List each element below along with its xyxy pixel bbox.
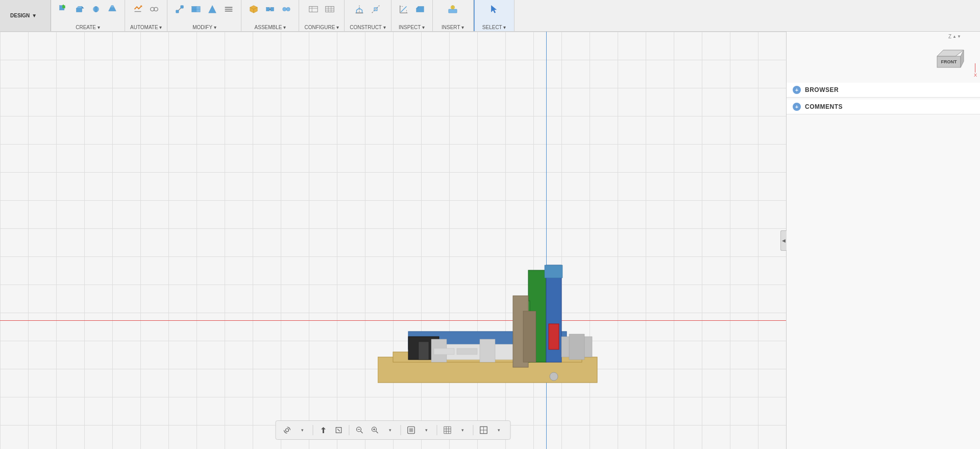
orbit-arrow[interactable]: ▾ xyxy=(296,423,310,437)
svg-line-76 xyxy=(376,431,378,433)
inspect-icon1[interactable] xyxy=(397,2,411,16)
modify-icons xyxy=(173,2,236,16)
svg-point-68 xyxy=(550,372,558,381)
fit-button[interactable] xyxy=(332,423,346,437)
main-area: ▾ xyxy=(0,32,980,449)
toolbar-group-create: CREATE ▾ xyxy=(51,0,125,31)
new-component-icon[interactable] xyxy=(56,2,70,16)
configure-icon2[interactable] xyxy=(323,2,337,16)
x-axis-line xyxy=(975,63,975,73)
comments-expand-button[interactable]: + xyxy=(793,103,801,111)
svg-rect-1 xyxy=(62,6,65,9)
svg-point-69 xyxy=(286,429,289,432)
insert-label[interactable]: INSERT ▾ xyxy=(442,25,464,30)
svg-rect-66 xyxy=(434,348,454,355)
automate-label[interactable]: AUTOMATE ▾ xyxy=(130,25,162,30)
svg-rect-30 xyxy=(326,7,334,12)
toolbar-group-insert: INSERT ▾ xyxy=(433,0,474,31)
browser-expand-button[interactable]: + xyxy=(793,86,801,94)
svg-marker-6 xyxy=(82,7,84,9)
svg-rect-64 xyxy=(569,334,584,360)
toolbar-group-construct: CONSTRUCT ▾ xyxy=(345,0,391,31)
modify-icon3[interactable] xyxy=(205,2,219,16)
automate-icon2[interactable] xyxy=(147,2,161,16)
model-svg xyxy=(378,250,612,388)
svg-rect-80 xyxy=(409,428,413,432)
svg-rect-60 xyxy=(523,311,536,362)
panel-collapse-button[interactable]: ◀ xyxy=(780,230,787,251)
svg-rect-56 xyxy=(480,339,495,362)
construct-label[interactable]: CONSTRUCT ▾ xyxy=(350,25,385,30)
modify-dropdown[interactable] xyxy=(222,2,236,16)
insert-icon1[interactable] xyxy=(446,2,460,16)
3d-model xyxy=(378,250,612,388)
construct-icon2[interactable] xyxy=(369,2,383,16)
assemble-icon1[interactable] xyxy=(247,2,261,16)
svg-point-25 xyxy=(286,7,290,11)
assemble-label[interactable]: ASSEMBLE ▾ xyxy=(255,25,286,30)
svg-point-11 xyxy=(154,7,158,11)
svg-point-10 xyxy=(151,7,154,11)
x-axis-indicator: X xyxy=(974,63,977,78)
assemble-icon2[interactable] xyxy=(263,2,277,16)
display-mode-button[interactable] xyxy=(404,423,419,437)
toolbar-group-automate: AUTOMATE ▾ xyxy=(125,0,167,31)
assemble-icon3[interactable] xyxy=(279,2,293,16)
zoom-out-button[interactable] xyxy=(353,423,367,437)
configure-label[interactable]: CONFIGURE ▾ xyxy=(304,25,339,30)
right-panel: ◀ Z ▲ ▼ FRONT xyxy=(786,32,980,449)
select-icons xyxy=(487,2,501,16)
comments-panel-row[interactable]: + COMMENTS xyxy=(787,100,980,114)
revolve-icon[interactable] xyxy=(89,2,103,16)
select-cursor-icon[interactable] xyxy=(487,2,501,16)
modify-icon2[interactable] xyxy=(189,2,203,16)
zoom-in-button[interactable] xyxy=(368,423,382,437)
inspect-icon2[interactable] xyxy=(413,2,427,16)
grid-button[interactable] xyxy=(440,423,455,437)
zoom-arrow[interactable]: ▾ xyxy=(383,423,398,437)
configure-icon1[interactable] xyxy=(306,2,321,16)
construct-icons xyxy=(352,2,383,16)
sep1 xyxy=(313,425,313,435)
modify-icon1[interactable] xyxy=(173,2,187,16)
svg-rect-27 xyxy=(309,7,318,12)
canvas-viewport[interactable]: ▾ xyxy=(0,32,786,449)
svg-rect-14 xyxy=(176,10,179,13)
svg-marker-94 xyxy=(937,50,964,56)
automate-icon1[interactable] xyxy=(131,2,145,16)
svg-rect-65 xyxy=(545,265,562,278)
inspect-label[interactable]: INSPECT ▾ xyxy=(399,25,425,30)
create-label[interactable]: CREATE ▾ xyxy=(76,25,100,30)
viewport-arrow[interactable]: ▾ xyxy=(492,423,506,437)
browser-label: BROWSER xyxy=(805,86,839,93)
extrude-icon[interactable] xyxy=(72,2,87,16)
svg-rect-46 xyxy=(449,9,457,13)
display-arrow[interactable]: ▾ xyxy=(420,423,434,437)
orbit-button[interactable] xyxy=(280,423,295,437)
browser-panel-row[interactable]: + BROWSER xyxy=(787,83,980,98)
modify-label[interactable]: MODIFY ▾ xyxy=(192,25,216,30)
svg-rect-53 xyxy=(419,342,429,360)
pan-button[interactable] xyxy=(316,423,331,437)
select-label[interactable]: SELECT ▾ xyxy=(482,25,506,30)
design-menu[interactable]: DESIGN ▼ xyxy=(0,0,51,31)
sweep-icon[interactable] xyxy=(105,2,119,16)
svg-line-73 xyxy=(360,431,362,433)
sep2 xyxy=(349,425,350,435)
viewcube[interactable]: FRONT xyxy=(932,42,973,72)
svg-text:FRONT: FRONT xyxy=(941,59,957,64)
sep4 xyxy=(437,425,437,435)
svg-rect-4 xyxy=(77,8,82,12)
grid-arrow[interactable]: ▾ xyxy=(456,423,470,437)
bottom-toolbar: ▾ xyxy=(276,420,511,440)
sep5 xyxy=(473,425,474,435)
svg-line-41 xyxy=(401,7,406,12)
svg-rect-62 xyxy=(549,324,559,349)
toolbar-group-inspect: INSPECT ▾ xyxy=(391,0,433,31)
viewport-button[interactable] xyxy=(477,423,491,437)
sep3 xyxy=(401,425,401,435)
construct-icon1[interactable] xyxy=(352,2,366,16)
svg-point-24 xyxy=(283,7,286,11)
svg-point-8 xyxy=(94,7,97,12)
toolbar-group-select: SELECT ▾ xyxy=(474,0,514,31)
